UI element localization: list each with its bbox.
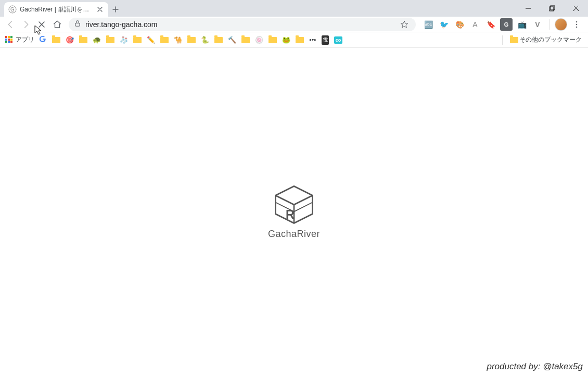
- den-icon: 電: [322, 35, 329, 45]
- hammer-icon: 🔨: [228, 36, 236, 44]
- bookmark-item-folder-3[interactable]: [105, 36, 116, 44]
- bookmark-item-folder-1[interactable]: [51, 36, 61, 44]
- bookmark-item-target[interactable]: 🎯: [65, 35, 75, 45]
- ext-v-icon[interactable]: V: [531, 18, 544, 31]
- address-bar-url: river.tango-gacha.com: [85, 20, 394, 29]
- bookmark-item-co[interactable]: co: [333, 35, 344, 45]
- window-controls: [516, 0, 588, 17]
- apps-button[interactable]: アプリ: [5, 35, 34, 44]
- other-bookmarks-button[interactable]: その他のブックマーク: [509, 34, 583, 45]
- bookmark-item-camel[interactable]: 🐪: [173, 35, 183, 45]
- folder-icon: [133, 37, 142, 43]
- bookmark-item-google[interactable]: [37, 34, 48, 46]
- menu-icon[interactable]: [570, 18, 583, 31]
- svg-rect-2: [549, 7, 554, 11]
- extension-icons: 🔤 🐦 🎨 A 🔖 G 📺 V: [420, 18, 585, 31]
- tab-strip: G GachaRiver | 単語川を眺めて心を洗: [0, 0, 588, 17]
- svg-text:R: R: [286, 207, 295, 221]
- bookmark-item-folder-8[interactable]: [240, 36, 251, 44]
- credit-prefix: producted by:: [487, 361, 543, 371]
- nav-forward-button[interactable]: [19, 17, 33, 32]
- bookmark-item-pencil[interactable]: ✏️: [146, 35, 156, 45]
- browser-tab[interactable]: G GachaRiver | 単語川を眺めて心を洗: [4, 2, 108, 17]
- sock-icon: 🧦: [120, 36, 128, 44]
- toolbar-separator: [549, 19, 549, 30]
- profile-avatar[interactable]: [555, 18, 567, 31]
- ext-bookmark-icon[interactable]: 🔖: [484, 18, 497, 31]
- svg-rect-3: [551, 6, 555, 10]
- svg-text:G: G: [10, 7, 15, 12]
- bookmark-separator: [502, 35, 503, 45]
- apps-label: アプリ: [16, 35, 34, 44]
- bookmark-item-folder-7[interactable]: [213, 36, 224, 44]
- ext-translate-icon[interactable]: 🔤: [422, 18, 434, 31]
- folder-icon: [241, 37, 250, 43]
- ext-video-icon[interactable]: 📺: [516, 18, 528, 31]
- co-icon: co: [334, 36, 343, 44]
- bookmark-item-folder-5[interactable]: [159, 36, 170, 44]
- address-bar[interactable]: river.tango-gacha.com: [69, 18, 416, 31]
- tab-close-icon[interactable]: [96, 5, 104, 14]
- bookmark-item-den[interactable]: 電: [321, 34, 330, 46]
- folder-icon: [510, 37, 518, 43]
- bookmark-item-frog[interactable]: 🐸: [281, 35, 291, 45]
- bookmark-item-hammer[interactable]: 🔨: [227, 35, 237, 45]
- ext-twitter-icon[interactable]: 🐦: [438, 18, 450, 31]
- bookmark-item-folder-6[interactable]: [186, 36, 197, 44]
- naruto-icon: 🍥: [255, 36, 263, 44]
- tab-favicon: G: [8, 5, 17, 14]
- logo-text: GachaRiver: [268, 229, 320, 240]
- turtle-icon: 🐢: [93, 36, 101, 44]
- browser-toolbar: river.tango-gacha.com 🔤 🐦 🎨 A 🔖 G 📺 V: [0, 17, 588, 32]
- svg-point-6: [576, 23, 578, 25]
- folder-icon: [79, 37, 87, 43]
- bookmark-item-folder-9[interactable]: [267, 36, 278, 44]
- lock-icon: [74, 20, 81, 29]
- ext-text-icon[interactable]: A: [469, 18, 481, 31]
- nav-stop-button[interactable]: [34, 17, 49, 32]
- bookmark-items: 🎯🐢🧦✏️🐪🐍🔨🍥🐸●▾●電co: [37, 34, 343, 46]
- folder-icon: [214, 37, 223, 43]
- other-bookmarks-label: その他のブックマーク: [519, 35, 582, 44]
- window-minimize-button[interactable]: [516, 0, 540, 17]
- star-icon[interactable]: [398, 18, 411, 31]
- pencil-icon: ✏️: [147, 36, 155, 44]
- bookmark-item-sock[interactable]: 🧦: [119, 35, 129, 45]
- bookmark-item-folder-10[interactable]: [295, 36, 305, 44]
- folder-icon: [187, 37, 196, 43]
- ext-g-icon[interactable]: G: [500, 18, 513, 31]
- credit-link[interactable]: @takex5g: [543, 361, 583, 371]
- folder-icon: [160, 37, 169, 43]
- frog-icon: 🐸: [282, 36, 290, 44]
- bookmark-item-dots[interactable]: ●▾●: [308, 36, 317, 43]
- snake-icon: 🐍: [201, 36, 209, 44]
- site-logo: R GachaRiver: [268, 184, 320, 240]
- bookmarks-bar: アプリ 🎯🐢🧦✏️🐪🐍🔨🍥🐸●▾●電co その他のブックマーク: [0, 32, 588, 48]
- bookmark-item-folder-2[interactable]: [78, 36, 88, 44]
- bookmarks-right: その他のブックマーク: [499, 34, 583, 45]
- folder-icon: [296, 37, 304, 43]
- svg-point-5: [576, 21, 578, 22]
- window-close-button[interactable]: [564, 0, 588, 17]
- camel-icon: 🐪: [174, 36, 182, 44]
- nav-home-button[interactable]: [50, 17, 65, 32]
- nav-back-button[interactable]: [3, 17, 18, 32]
- svg-point-7: [576, 26, 578, 28]
- svg-rect-4: [75, 23, 80, 26]
- page-content: R GachaRiver producted by: @takex5g: [0, 48, 588, 375]
- folder-icon: [106, 37, 114, 43]
- bookmark-item-snake[interactable]: 🐍: [200, 35, 210, 45]
- apps-grid-icon: [5, 36, 14, 44]
- dots-icon: ●▾●: [309, 38, 316, 42]
- tab-title: GachaRiver | 単語川を眺めて心を洗: [20, 5, 93, 14]
- window-maximize-button[interactable]: [540, 0, 564, 17]
- new-tab-button[interactable]: [108, 2, 123, 17]
- target-icon: 🎯: [66, 36, 74, 44]
- bookmark-item-folder-4[interactable]: [132, 36, 143, 44]
- ext-color-icon[interactable]: 🎨: [453, 18, 466, 31]
- folder-icon: [52, 37, 60, 43]
- google-icon: [39, 35, 47, 45]
- box-icon: R: [271, 184, 317, 226]
- bookmark-item-turtle[interactable]: 🐢: [92, 35, 102, 45]
- bookmark-item-naruto[interactable]: 🍥: [254, 35, 264, 45]
